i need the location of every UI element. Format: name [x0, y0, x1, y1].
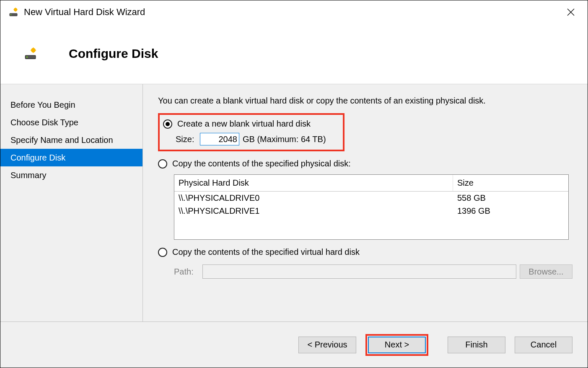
radio-copy-physical-label: Copy the contents of the specified physi…	[172, 159, 351, 168]
titlebar: New Virtual Hard Disk Wizard	[0, 0, 588, 23]
option-create-blank-highlight: Create a new blank virtual hard disk Siz…	[158, 113, 345, 151]
wizard-disk-icon	[8, 8, 20, 17]
next-button-highlight: Next >	[365, 334, 428, 356]
size-label: Size:	[176, 135, 200, 144]
radio-copy-virtual[interactable]	[158, 248, 167, 257]
content-panel: You can create a blank virtual hard disk…	[143, 84, 588, 321]
svg-point-0	[14, 8, 17, 11]
cancel-button[interactable]: Cancel	[515, 337, 572, 353]
cell-size: 558 GB	[453, 192, 568, 205]
svg-point-6	[10, 14, 11, 15]
radio-create-blank[interactable]	[163, 119, 172, 129]
svg-point-15	[26, 57, 28, 58]
sidebar-item-configure-disk[interactable]: Configure Disk	[0, 149, 142, 166]
sidebar: Before You Begin Choose Disk Type Specif…	[0, 84, 143, 321]
finish-button[interactable]: Finish	[448, 337, 505, 353]
physical-disk-table: Physical Hard Disk Size \\.\PHYSICALDRIV…	[174, 174, 569, 240]
table-row[interactable]: \\.\PHYSICALDRIVE1 1396 GB	[174, 205, 568, 218]
step-title: Configure Disk	[69, 47, 158, 61]
window-title: New Virtual Hard Disk Wizard	[24, 7, 145, 18]
cell-size: 1396 GB	[453, 205, 568, 218]
close-button[interactable]	[562, 4, 579, 21]
size-unit-text: GB (Maximum: 64 TB)	[243, 135, 326, 144]
sidebar-item-choose-disk-type[interactable]: Choose Disk Type	[0, 114, 142, 131]
sidebar-item-summary[interactable]: Summary	[0, 166, 142, 184]
cell-disk: \\.\PHYSICALDRIVE0	[174, 192, 453, 205]
col-header-size[interactable]: Size	[453, 175, 568, 191]
radio-copy-virtual-label: Copy the contents of the specified virtu…	[172, 247, 360, 257]
sidebar-item-before-you-begin[interactable]: Before You Begin	[0, 96, 142, 114]
radio-create-blank-label: Create a new blank virtual hard disk	[177, 119, 311, 129]
radio-copy-physical[interactable]	[158, 159, 167, 168]
cell-disk: \\.\PHYSICALDRIVE1	[174, 205, 453, 218]
wizard-body: Before You Begin Choose Disk Type Specif…	[0, 84, 588, 321]
footer: < Previous Next > Finish Cancel	[0, 321, 588, 368]
next-button[interactable]: Next >	[368, 337, 426, 353]
col-header-disk[interactable]: Physical Hard Disk	[174, 175, 453, 191]
intro-text: You can create a blank virtual hard disk…	[158, 96, 572, 106]
step-disk-icon	[23, 47, 39, 60]
size-input[interactable]	[200, 133, 239, 145]
sidebar-item-specify-name-location[interactable]: Specify Name and Location	[0, 131, 142, 149]
browse-button: Browse...	[520, 264, 572, 279]
path-label: Path:	[174, 267, 202, 277]
table-row[interactable]: \\.\PHYSICALDRIVE0 558 GB	[174, 192, 568, 205]
close-icon	[567, 8, 575, 16]
step-header: Configure Disk	[0, 23, 588, 84]
previous-button[interactable]: < Previous	[298, 337, 356, 353]
svg-point-9	[31, 48, 36, 52]
path-input	[202, 264, 516, 279]
